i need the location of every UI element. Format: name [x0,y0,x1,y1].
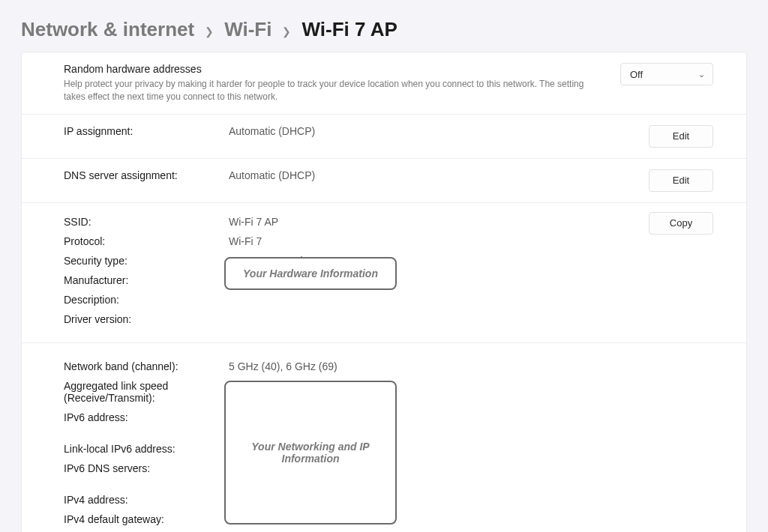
chevron-right-icon: ❯ [205,25,214,37]
ipv4gw-label: IPv4 default gateway: [64,511,229,528]
ip-assignment-row: IP assignment: Automatic (DHCP) Edit [22,115,746,159]
random-hardware-title: Random hardware addresses [64,63,611,75]
protocol-row: Protocol: Wi-Fi 7 [22,232,746,251]
settings-panel: Random hardware addresses Help protect y… [21,52,747,532]
breadcrumb-wifi[interactable]: Wi-Fi [224,18,272,41]
breadcrumb-root[interactable]: Network & internet [21,18,194,41]
linklocal-label: Link-local IPv6 address: [64,441,229,457]
dns-assignment-edit-button[interactable]: Edit [649,169,713,192]
manufacturer-label: Manufacturer: [64,272,229,288]
ip-assignment-label: IP assignment: [64,125,229,137]
chevron-right-icon: ❯ [282,25,291,37]
ssid-label: SSID: [64,214,229,230]
random-hardware-dropdown[interactable]: Off ⌄ [620,63,713,85]
protocol-value: Wi-Fi 7 [229,233,262,250]
dns-assignment-row: DNS server assignment: Automatic (DHCP) … [22,159,746,203]
ipv6dns-label: IPv6 DNS servers: [64,460,229,477]
network-info-placeholder: Your Networking and IP Information [224,381,397,525]
breadcrumb-current: Wi-Fi 7 AP [302,18,397,41]
band-label: Network band (channel): [64,358,229,375]
driver-row: Driver version: [22,309,746,329]
ssid-value: Wi-Fi 7 AP [229,214,278,230]
connection-details-block: Copy SSID: Wi-Fi 7 AP Protocol: Wi-Fi 7 … [22,203,746,343]
ip-assignment-edit-button[interactable]: Edit [649,125,713,148]
dns-assignment-value: Automatic (DHCP) [229,169,315,184]
random-hardware-desc: Help protect your privacy by making it h… [64,78,589,103]
dns-assignment-label: DNS server assignment: [64,169,229,181]
band-value: 5 GHz (40), 6 GHz (69) [229,358,338,375]
description-label: Description: [64,291,229,308]
driver-label: Driver version: [64,311,229,327]
random-hardware-row: Random hardware addresses Help protect y… [22,52,746,115]
ip-assignment-value: Automatic (DHCP) [229,125,315,140]
chevron-down-icon: ⌄ [698,70,705,79]
band-row: Network band (channel): 5 GHz (40), 6 GH… [22,357,746,376]
dropdown-value: Off [630,69,643,80]
ipv4-label: IPv4 address: [64,492,229,508]
network-details-block: Network band (channel): 5 GHz (40), 6 GH… [22,343,746,532]
ssid-row: SSID: Wi-Fi 7 AP [22,212,746,232]
linkspeed-label: Aggregated link speed (Receive/Transmit)… [64,378,229,406]
ipv4dns-row: IPv4 DNS servers: [22,529,746,532]
description-row: Description: [22,290,746,309]
security-label: Security type: [64,253,229,269]
copy-button[interactable]: Copy [649,212,713,235]
ipv6-label: IPv6 address: [64,409,229,426]
hardware-info-placeholder: Your Hardware Information [224,257,397,290]
breadcrumb: Network & internet ❯ Wi-Fi ❯ Wi-Fi 7 AP [0,0,768,52]
protocol-label: Protocol: [64,233,229,250]
